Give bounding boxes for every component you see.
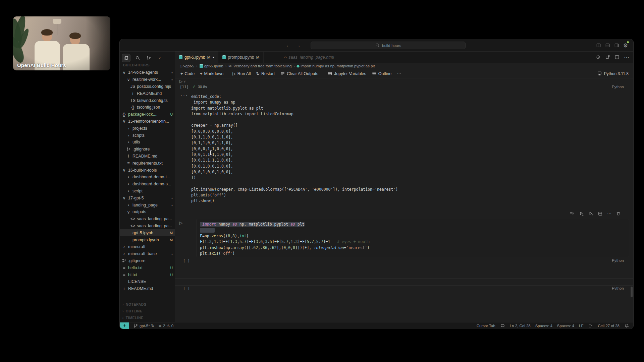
- execute-above-icon[interactable]: [570, 211, 575, 216]
- nav-back-icon[interactable]: ←: [286, 43, 290, 48]
- scrollbar-thumb[interactable]: [631, 287, 633, 297]
- tree-item-tsconfig-json[interactable]: {}tsconfig.json: [120, 104, 175, 111]
- toolbar-clear-all-outputs[interactable]: Clear All Outputs: [277, 70, 321, 77]
- toolbar-restart[interactable]: ↻Restart: [253, 70, 277, 77]
- tree-item-readme-md[interactable]: iREADME.md: [120, 153, 175, 160]
- tab-prompts-ipynb[interactable]: prompts.ipynbM: [218, 52, 264, 63]
- tree-item-gitignore[interactable]: .gitignore: [120, 146, 175, 153]
- tree-item-17-gpt-5[interactable]: ∨17-gpt-5●: [120, 194, 175, 201]
- code-line[interactable]: plt.imshow(np.array([[.62,.86,.62],[0,0,…: [200, 245, 370, 251]
- nav-forward-icon[interactable]: →: [296, 43, 301, 48]
- tab-gpt-5-ipynb[interactable]: gpt-5.ipynbM●: [175, 52, 218, 63]
- command-center-search[interactable]: build-hours: [311, 42, 466, 49]
- indentation[interactable]: Spaces: 4: [535, 324, 552, 328]
- run-cell-button-2[interactable]: ▷: [179, 221, 182, 225]
- tree-item-outputs[interactable]: ∨outputs: [120, 208, 175, 216]
- code-line[interactable]: plt.axis('off'): [200, 251, 370, 256]
- tree-item-saas-landing-pa[interactable]: <>saas_landing_pa...: [120, 216, 175, 223]
- tree-item-dashboard-demo-t[interactable]: ›dashboard-demo-t...: [120, 174, 175, 181]
- run-cell-button[interactable]: ▷ ∨: [179, 79, 186, 84]
- tree-item-package-lock[interactable]: {}package-lock....U: [120, 111, 175, 118]
- tree-item-projects[interactable]: ›projects: [120, 125, 175, 132]
- cursor-tab[interactable]: Cursor Tab: [477, 324, 495, 328]
- tab-saas-landing-page-html[interactable]: <>saas_landing_page.html: [280, 52, 338, 63]
- split-editor-icon[interactable]: [614, 55, 620, 60]
- explorer-section-outline[interactable]: ›OUTLINE: [120, 308, 175, 314]
- settings-gear-icon[interactable]: ⚙: [623, 42, 628, 49]
- breadcrumb-item-gpt-5-ipynb[interactable]: gpt-5.ipynb: [200, 64, 223, 68]
- toggle-sidebar-icon[interactable]: [596, 43, 601, 48]
- tree-item-license[interactable]: LICENSE: [120, 278, 175, 285]
- toolbar-outline[interactable]: Outline: [369, 70, 394, 77]
- indentation-2[interactable]: Spaces: 4: [557, 324, 574, 328]
- cell-language-2[interactable]: Python: [612, 258, 624, 262]
- tree-item-gitignore[interactable]: .gitignore: [120, 257, 175, 264]
- toolbar-more-button[interactable]: ⋯: [394, 70, 404, 77]
- tree-item-tailwind-config-ts[interactable]: TStailwind.config.ts: [120, 97, 175, 104]
- explorer-section-timeline[interactable]: ›TIMELINE: [120, 314, 175, 321]
- tree-item-prompts-ipynb[interactable]: prompts.ipynbM: [120, 236, 175, 243]
- cursor-tab-toggle-icon[interactable]: [500, 323, 505, 328]
- breadcrumb-item-import-numpy-as-np-matplotlib-pyplot-as-plt[interactable]: import numpy as np, matplotlib.pyplot as…: [297, 64, 375, 68]
- cell-language[interactable]: Python: [612, 85, 624, 89]
- git-branch[interactable]: gpt-5* ↻: [133, 323, 154, 328]
- tree-item-readme-md[interactable]: iREADME.md: [120, 285, 175, 292]
- tree-item-gpt-5-ipynb[interactable]: gpt-5.ipynbM: [120, 229, 175, 236]
- source-control-icon[interactable]: [145, 54, 153, 62]
- editor-mode-icon[interactable]: [588, 323, 593, 328]
- toolbar-code[interactable]: +Code: [178, 71, 197, 77]
- tree-item-script[interactable]: ›script: [120, 188, 175, 195]
- cell-position[interactable]: Cell 27 of 28: [598, 324, 620, 328]
- export-icon[interactable]: [605, 55, 610, 60]
- toggle-panel-icon[interactable]: [605, 43, 610, 48]
- breadcrumb-item-17-gpt-5[interactable]: 17-gpt-5: [180, 64, 194, 68]
- kernel-picker[interactable]: Python 3.11.8: [597, 71, 629, 76]
- tree-item-16-built-in-tools[interactable]: ∨16-built-in-tools: [120, 167, 175, 174]
- delete-cell-icon[interactable]: [616, 211, 621, 216]
- explorer-section-notepads[interactable]: ›NOTEPADS: [120, 301, 175, 308]
- cursor-position[interactable]: Ln 2, Col 28: [510, 324, 531, 328]
- tree-item-readme-md[interactable]: iREADME.md: [120, 90, 175, 97]
- collapsed-input-indicator[interactable]: ···: [180, 93, 188, 98]
- activity-overflow-icon[interactable]: ∨: [156, 54, 164, 62]
- toggle-secondary-sidebar-icon[interactable]: [614, 43, 619, 48]
- tree-item-dashboard-demo-s[interactable]: ›dashboard-demo-s...: [120, 181, 175, 188]
- eol-indicator[interactable]: LF: [579, 324, 583, 328]
- split-cell-icon[interactable]: [598, 211, 603, 216]
- explorer-icon[interactable]: [122, 54, 130, 62]
- notifications-bell-icon[interactable]: [624, 323, 629, 328]
- code-line[interactable]: F=np.zeros((8,8),int): [200, 233, 370, 239]
- tree-item-realtime-work[interactable]: ∨realtime-work...●: [120, 76, 175, 83]
- tree-item-saas-landing-pa[interactable]: <>saas_landing_pa...: [120, 223, 175, 230]
- toolbar-jupyter-variables[interactable]: Jupyter Variables: [325, 70, 369, 77]
- more-cell-actions-icon[interactable]: ⋯: [607, 211, 611, 216]
- breadcrumb[interactable]: 17-gpt-5›gpt-5.ipynb›M↓Verbosity and fre…: [175, 63, 633, 69]
- problems-indicator[interactable]: ⊗ 2 ⚠ 0: [158, 323, 173, 328]
- more-editor-actions-icon[interactable]: ⋯: [624, 54, 629, 60]
- tree-item-14-voice-agents[interactable]: ∨14-voice-agents●: [120, 69, 175, 76]
- kernel-status-icon[interactable]: [596, 55, 601, 60]
- execute-cell-and-below-icon[interactable]: [579, 211, 584, 216]
- tree-item-minecraft-base[interactable]: ›minecraft_base●: [120, 250, 175, 257]
- toolbar-markdown[interactable]: +Markdown: [197, 71, 226, 77]
- tree-item-hi-txt[interactable]: ≡hi.txtU: [120, 271, 175, 278]
- tree-item-postcss-config-mjs[interactable]: JSpostcss.config.mjs: [120, 83, 175, 90]
- chevron-right-icon: ›: [126, 133, 131, 138]
- remote-indicator[interactable]: [120, 322, 129, 329]
- tree-item-scripts[interactable]: ›scripts: [120, 132, 175, 139]
- cell-language-3[interactable]: Python: [612, 286, 624, 290]
- code-line[interactable]: import numpy as np, matplotlib.pyplot as…: [200, 222, 370, 227]
- execute-by-line-icon[interactable]: [588, 211, 593, 216]
- tree-item-requirements-txt[interactable]: ≡requirements.txt: [120, 160, 175, 167]
- code-line[interactable]: F[1:3,1:3]=F[1:3,5:7]=F[3:6,3:5]=F[5:7,1…: [200, 239, 370, 245]
- tree-item-utils[interactable]: ›utils: [120, 139, 175, 146]
- search-icon[interactable]: [133, 54, 142, 62]
- tree-item-landing-page[interactable]: ›landing_page●: [120, 201, 175, 208]
- tree-item-minecraft[interactable]: ›minecraft: [120, 243, 175, 250]
- file-icon-ts: TS: [130, 98, 135, 103]
- tree-item-15-reinforcement-fin[interactable]: ∨15-reinforcement-fin...: [120, 118, 175, 125]
- toolbar-run-all[interactable]: ▷Run All: [230, 70, 253, 77]
- tree-item-hello-txt[interactable]: ≡hello.txtU: [120, 264, 175, 271]
- breadcrumb-item-verbosity-and-free-form-toolcalling[interactable]: M↓Verbosity and free form toolcalling: [228, 64, 291, 68]
- code-line[interactable]: [200, 227, 370, 233]
